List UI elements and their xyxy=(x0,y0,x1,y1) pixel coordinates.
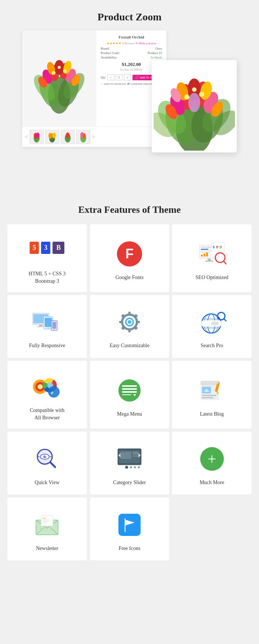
svg-rect-115 xyxy=(202,397,213,398)
flag-icon-wrapper xyxy=(118,514,141,536)
product-main-image xyxy=(22,30,96,127)
extra-features-title: Extra Features of Theme xyxy=(7,204,252,215)
product-zoom-section: Product Zoom xyxy=(0,0,259,193)
browsers-icon: e xyxy=(32,372,62,402)
extra-features-section: Extra Features of Theme 5 3 B HTML 5 + C… xyxy=(0,193,259,571)
google-fonts-icon: F xyxy=(115,239,144,269)
svg-text:s: s xyxy=(213,244,215,249)
quick-view-label: Quick View xyxy=(35,479,60,486)
free-icons-icon xyxy=(115,510,144,540)
svg-line-96 xyxy=(224,319,226,321)
svg-point-48 xyxy=(192,87,196,92)
svg-point-14 xyxy=(52,71,56,75)
svg-rect-107 xyxy=(122,391,137,393)
mega-menu-icon xyxy=(115,376,144,405)
svg-text:e: e xyxy=(51,389,54,395)
latest-blog-label: Latest Blog xyxy=(200,410,224,418)
svg-point-72 xyxy=(48,328,49,329)
svg-line-123 xyxy=(50,462,55,467)
feature-quick-view: Quick View xyxy=(7,432,87,494)
zoom-popup xyxy=(152,60,237,152)
svg-line-65 xyxy=(223,261,226,264)
svg-point-134 xyxy=(130,466,132,468)
feature-html-css-bootstrap: 5 3 B HTML 5 + CSS 3Bootstrap 3 xyxy=(7,224,87,292)
feature-google-fonts: F Google Fonts xyxy=(90,224,169,292)
svg-rect-55 xyxy=(201,255,203,256)
product-name: Foxtail Orchid xyxy=(101,35,162,39)
easy-customizable-label: Easy Customizable xyxy=(110,342,149,349)
svg-point-19 xyxy=(36,133,40,138)
quick-view-icon xyxy=(32,444,62,474)
category-slider-label: Category Slider xyxy=(113,479,146,486)
svg-rect-56 xyxy=(204,254,205,256)
much-more-icon: + xyxy=(197,444,227,474)
empty-cell xyxy=(172,497,252,560)
fully-responsive-label: Fully Responsive xyxy=(29,342,65,349)
product-thumbnails: < xyxy=(22,127,166,147)
mega-menu-label: Mega Menu xyxy=(117,410,142,418)
svg-rect-58 xyxy=(208,259,211,261)
svg-point-16 xyxy=(58,66,61,69)
compatible-browser-label: Compatible withAll Browser xyxy=(30,407,64,421)
svg-rect-53 xyxy=(201,251,212,251)
html-css-bootstrap-label: HTML 5 + CSS 3Bootstrap 3 xyxy=(28,270,65,285)
svg-rect-138 xyxy=(41,516,53,526)
much-more-label: Much More xyxy=(199,479,224,486)
svg-rect-94 xyxy=(211,322,219,325)
thumbnail-1[interactable] xyxy=(30,130,44,144)
svg-point-122 xyxy=(45,455,46,456)
svg-rect-105 xyxy=(122,385,137,387)
product-stars: ★★★★★ 0 Reviews ✎ Write a review xyxy=(101,41,162,45)
svg-point-78 xyxy=(128,320,131,324)
features-grid: 5 3 B HTML 5 + CSS 3Bootstrap 3 F Google… xyxy=(7,224,252,560)
svg-point-21 xyxy=(48,133,52,139)
feature-category-slider: Category Slider xyxy=(90,432,169,494)
feature-free-icons: Free Icons xyxy=(90,497,169,560)
category-slider-icon xyxy=(115,444,144,474)
latest-blog-icon xyxy=(197,376,227,405)
product-zoom-title: Product Zoom xyxy=(7,11,252,23)
feature-search-pro: Search Pro xyxy=(172,295,252,358)
svg-point-104 xyxy=(118,379,141,402)
feature-newsletter: Newsletter xyxy=(7,497,87,560)
svg-rect-142 xyxy=(43,523,48,523)
svg-rect-68 xyxy=(39,325,43,326)
svg-rect-139 xyxy=(43,518,46,519)
search-pro-label: Search Pro xyxy=(201,342,223,349)
zoom-demo: Foxtail Orchid ★★★★★ 0 Reviews ✎ Write a… xyxy=(22,30,237,186)
feature-mega-menu: Mega Menu xyxy=(90,361,169,429)
seo-icon: s e o xyxy=(197,239,227,269)
svg-rect-81 xyxy=(119,321,122,323)
bootstrap-badge: B xyxy=(53,242,64,254)
svg-point-136 xyxy=(138,466,140,468)
svg-point-99 xyxy=(38,384,43,389)
feature-compatible-browser: e Compatible withAll Browser xyxy=(7,361,87,429)
svg-rect-129 xyxy=(133,452,139,455)
feature-much-more: + Much More xyxy=(172,432,252,494)
svg-point-135 xyxy=(134,466,136,468)
html-css-bootstrap-icon: 5 3 B xyxy=(32,235,62,265)
google-fonts-label: Google Fonts xyxy=(115,274,144,281)
svg-rect-114 xyxy=(202,395,216,396)
svg-point-133 xyxy=(125,466,128,469)
svg-rect-54 xyxy=(201,252,210,253)
google-f-icon: F xyxy=(117,241,142,266)
thumbnail-2[interactable] xyxy=(45,130,59,144)
svg-point-47 xyxy=(199,92,204,97)
html5-badge: 5 xyxy=(30,242,39,254)
svg-point-15 xyxy=(63,69,67,73)
svg-rect-141 xyxy=(43,521,49,522)
feature-fully-responsive: Fully Responsive xyxy=(7,295,87,358)
svg-rect-71 xyxy=(45,318,52,327)
svg-rect-79 xyxy=(128,312,131,315)
svg-rect-82 xyxy=(137,321,140,323)
thumbnail-3[interactable] xyxy=(61,130,75,144)
svg-point-24 xyxy=(66,133,70,138)
svg-point-27 xyxy=(83,133,86,138)
thumbnail-4[interactable] xyxy=(76,130,90,144)
css3-badge: 3 xyxy=(41,242,50,254)
feature-easy-customizable: Easy Customizable xyxy=(90,295,169,358)
feature-latest-blog: Latest Blog xyxy=(172,361,252,429)
feature-seo-optimized: s e o SEO Optimized xyxy=(172,224,252,292)
svg-rect-52 xyxy=(201,249,208,250)
